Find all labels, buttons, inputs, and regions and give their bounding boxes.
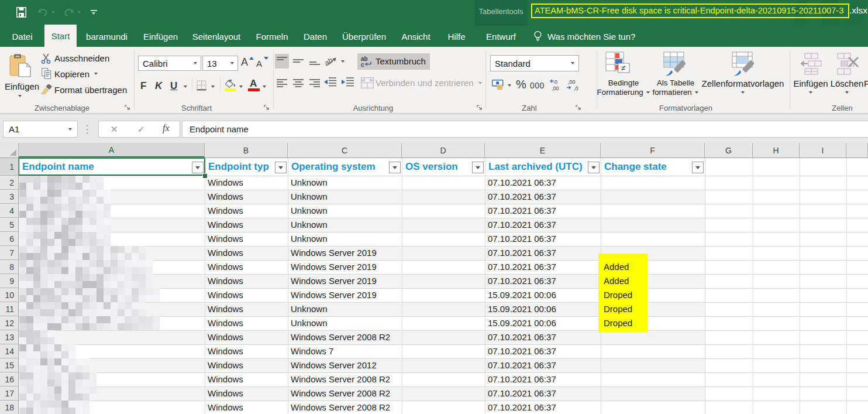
fill-color-dropdown-icon[interactable] — [239, 85, 243, 88]
row-header-14[interactable]: 14 — [0, 344, 18, 358]
row-header-10[interactable]: 10 — [0, 288, 18, 302]
tab-seitenlayout[interactable]: Seitenlayout — [185, 26, 248, 47]
formula-bar-splitter[interactable] — [87, 125, 88, 134]
tell-me-box[interactable]: Was möchten Sie tun? — [533, 26, 635, 47]
undo-icon[interactable] — [37, 8, 49, 17]
redo-dropdown-icon[interactable] — [77, 11, 81, 13]
column-header-E[interactable]: E — [485, 143, 601, 158]
row-header-11[interactable]: 11 — [0, 302, 18, 316]
comma-style-button[interactable]: 000 — [530, 81, 545, 90]
column-header-F[interactable]: F — [601, 143, 705, 158]
accounting-format-button[interactable] — [492, 79, 512, 92]
paste-button[interactable]: Einfügen — [5, 50, 35, 101]
number-dialog-launcher-icon[interactable] — [576, 105, 581, 111]
name-box[interactable]: A1 — [3, 121, 78, 138]
fill-handle[interactable] — [202, 173, 208, 179]
clipboard-dialog-launcher-icon[interactable] — [125, 105, 130, 111]
row-header-6[interactable]: 6 — [0, 232, 18, 246]
row-header-15[interactable]: 15 — [0, 358, 18, 372]
font-dialog-launcher-icon[interactable] — [264, 105, 270, 111]
align-top-button[interactable] — [275, 54, 289, 69]
tab-entwurf[interactable]: Entwurf — [475, 26, 527, 47]
row-header-18[interactable]: 18 — [0, 401, 18, 414]
row-header-9[interactable]: 9 — [0, 274, 18, 288]
tab-einfügen[interactable]: Einfügen — [136, 26, 185, 47]
row-header-12[interactable]: 12 — [0, 316, 18, 330]
column-header-C[interactable]: C — [288, 143, 402, 158]
filter-button-e[interactable] — [588, 162, 600, 173]
font-size-combo[interactable]: 13 — [202, 56, 238, 71]
tab-hilfe[interactable]: Hilfe — [440, 26, 473, 47]
delete-cells-button[interactable]: Löschen — [831, 50, 863, 101]
fill-color-button[interactable] — [225, 80, 237, 92]
tab-baramundi[interactable]: baramundi — [78, 26, 136, 47]
column-header-D[interactable]: D — [402, 143, 485, 158]
bold-button[interactable]: F — [140, 80, 152, 93]
undo-dropdown-icon[interactable] — [51, 11, 55, 13]
borders-icon[interactable] — [197, 80, 207, 91]
align-center-button[interactable] — [291, 76, 305, 91]
font-color-dropdown-icon[interactable] — [263, 85, 266, 88]
insert-function-icon[interactable]: fx — [163, 123, 170, 134]
align-middle-button[interactable] — [291, 54, 305, 69]
number-format-combo[interactable]: Standard — [490, 55, 579, 71]
conditional-formatting-button[interactable]: ≠ Bedingte Formatierung — [601, 50, 647, 101]
column-header-partial[interactable] — [846, 143, 868, 158]
shrink-font-button[interactable]: A — [256, 56, 269, 69]
filter-button-b[interactable] — [275, 162, 287, 173]
filter-button-d[interactable] — [472, 162, 484, 173]
borders-dropdown-icon[interactable] — [211, 85, 215, 88]
filter-button-f[interactable] — [692, 162, 704, 173]
tab-formeln[interactable]: Formeln — [249, 26, 295, 47]
wrap-text-button[interactable]: ab c Textumbruch — [357, 53, 430, 70]
column-header-G[interactable]: G — [705, 143, 753, 158]
insert-cells-button[interactable]: Einfügen — [793, 50, 828, 101]
format-painter-button[interactable]: Format übertragen — [39, 84, 132, 95]
customize-quick-access-icon[interactable] — [91, 10, 97, 11]
tab-start[interactable]: Start — [44, 25, 77, 47]
redo-icon[interactable] — [63, 8, 74, 17]
tab-daten[interactable]: Daten — [295, 26, 335, 47]
percent-style-button[interactable]: % — [516, 78, 526, 91]
cell-styles-button[interactable]: Zellenformatvorlagen — [700, 50, 786, 101]
tab-überprüfen[interactable]: Überprüfen — [334, 26, 394, 47]
row-header-3[interactable]: 3 — [0, 190, 18, 204]
orientation-button[interactable]: ab — [325, 55, 345, 68]
filter-button-c[interactable] — [389, 162, 401, 173]
row-header-5[interactable]: 5 — [0, 218, 18, 232]
font-color-button[interactable]: A — [248, 79, 260, 92]
underline-button[interactable]: U — [170, 80, 182, 93]
column-header-B[interactable]: B — [205, 143, 288, 158]
enter-icon[interactable]: ✓ — [137, 124, 145, 135]
tab-datei[interactable]: Datei — [6, 26, 39, 47]
row-header-4[interactable]: 4 — [0, 204, 18, 218]
increase-decimal-button[interactable]: 0 ,00 — [550, 78, 564, 93]
row-header-2[interactable]: 2 — [0, 176, 18, 190]
merge-center-button[interactable]: Verbinden und zentrieren — [357, 76, 486, 91]
save-icon[interactable] — [16, 7, 26, 18]
grow-font-button[interactable]: A — [241, 56, 254, 69]
row-header-8[interactable]: 8 — [0, 260, 18, 274]
align-right-button[interactable] — [308, 76, 322, 91]
tab-ansicht[interactable]: Ansicht — [397, 26, 435, 47]
column-header-I[interactable]: I — [800, 143, 846, 158]
alignment-dialog-launcher-icon[interactable] — [477, 105, 483, 111]
increase-indent-button[interactable] — [341, 77, 356, 90]
format-as-table-button[interactable]: Als Tabelle formatieren — [652, 50, 698, 101]
underline-dropdown-icon[interactable] — [184, 85, 187, 88]
align-bottom-button[interactable] — [308, 54, 322, 69]
customize-quick-access-caret-icon[interactable] — [92, 12, 95, 15]
row-header-7[interactable]: 7 — [0, 246, 18, 260]
row-header-16[interactable]: 16 — [0, 372, 18, 386]
select-all-corner[interactable] — [0, 143, 19, 158]
decrease-decimal-button[interactable]: ,00 ,0 — [566, 78, 580, 93]
row-header-17[interactable]: 17 — [0, 386, 18, 401]
italic-button[interactable]: K — [155, 80, 167, 93]
decrease-indent-button[interactable] — [323, 77, 339, 90]
font-name-combo[interactable]: Calibri — [138, 56, 201, 71]
column-header-A[interactable]: A — [19, 143, 205, 158]
copy-button[interactable]: Kopieren — [39, 68, 132, 80]
column-header-H[interactable]: H — [753, 143, 800, 158]
format-cells-label[interactable]: F — [864, 78, 868, 88]
cancel-icon[interactable]: ✕ — [111, 124, 118, 135]
